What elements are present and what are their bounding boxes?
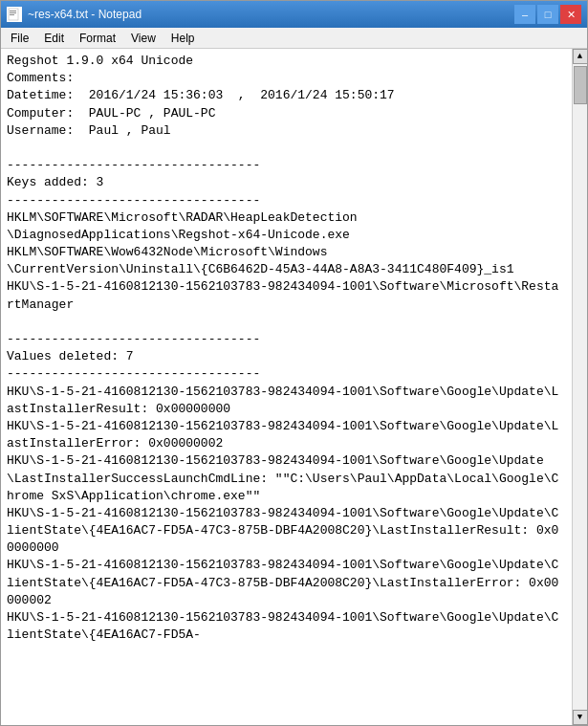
menu-file[interactable]: File: [3, 30, 36, 47]
text-editor[interactable]: Regshot 1.9.0 x64 Unicode Comments: Date…: [1, 49, 572, 725]
minimize-button[interactable]: –: [514, 5, 535, 24]
menu-format[interactable]: Format: [72, 30, 123, 47]
close-button[interactable]: ✕: [560, 5, 581, 24]
content-area: Regshot 1.9.0 x64 Unicode Comments: Date…: [1, 49, 587, 725]
menu-edit[interactable]: Edit: [36, 30, 72, 47]
menu-bar: File Edit Format View Help: [1, 28, 587, 49]
scrollbar-thumb[interactable]: [574, 66, 587, 104]
window-title: ~res-x64.txt - Notepad: [28, 8, 142, 21]
notepad-window: ~res-x64.txt - Notepad – □ ✕ File Edit F…: [0, 0, 588, 726]
title-bar-left: ~res-x64.txt - Notepad: [7, 7, 142, 22]
menu-view[interactable]: View: [123, 30, 163, 47]
svg-rect-3: [10, 14, 14, 15]
title-bar: ~res-x64.txt - Notepad – □ ✕: [1, 1, 587, 28]
scrollbar-track[interactable]: [573, 64, 587, 710]
scrollbar: ▲ ▼: [572, 49, 587, 725]
svg-rect-1: [10, 11, 16, 11]
maximize-button[interactable]: □: [537, 5, 558, 24]
app-icon: [7, 7, 22, 22]
window-controls: – □ ✕: [514, 5, 581, 24]
scrollbar-up-button[interactable]: ▲: [573, 49, 588, 64]
scrollbar-down-button[interactable]: ▼: [573, 710, 588, 725]
menu-help[interactable]: Help: [163, 30, 203, 47]
svg-rect-2: [10, 12, 16, 13]
